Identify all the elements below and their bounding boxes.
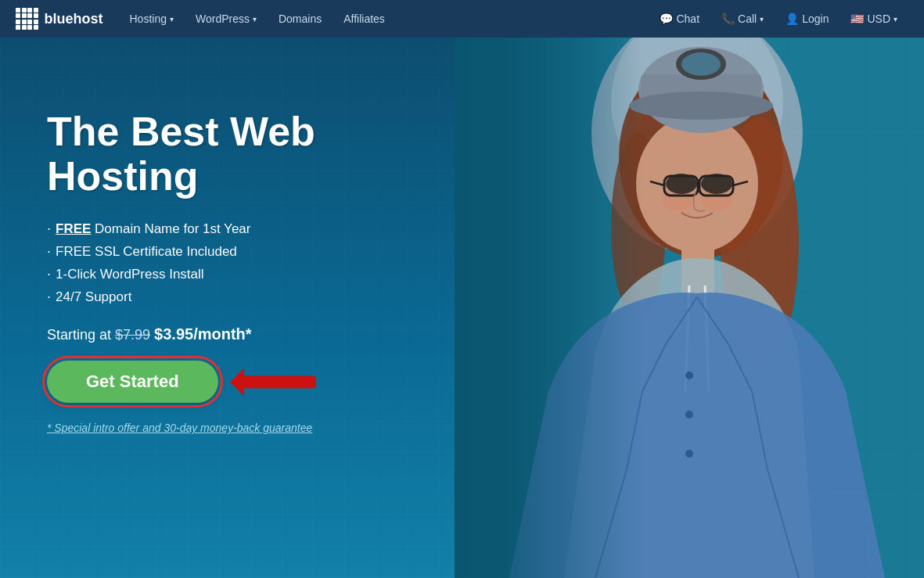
old-price: $7.99 xyxy=(115,327,150,343)
bullet-1: · xyxy=(47,221,51,237)
svg-marker-33 xyxy=(230,368,244,397)
price-prefix: Starting at xyxy=(47,327,115,343)
feature-2: · FREE SSL Certificate Included xyxy=(47,243,454,260)
nav-currency[interactable]: 🇺🇸 USD ▾ xyxy=(840,0,908,38)
get-started-button[interactable]: Get Started xyxy=(47,361,218,403)
svg-rect-31 xyxy=(455,0,924,578)
new-price: $3.95/month* xyxy=(154,325,251,343)
arrow-icon xyxy=(230,361,316,404)
flag-icon: 🇺🇸 xyxy=(850,13,864,25)
call-caret: ▾ xyxy=(760,15,764,23)
feature-4: · 24/7 Support xyxy=(47,289,454,305)
free-label: FREE xyxy=(56,221,91,236)
bullet-4: · xyxy=(47,289,51,305)
currency-caret: ▾ xyxy=(893,15,897,23)
bullet-3: · xyxy=(47,266,51,282)
hero-price: Starting at $7.99 $3.95/month* xyxy=(47,325,454,343)
feature-3: · 1-Click WordPress Install xyxy=(47,266,454,282)
nav-login[interactable]: 👤 Login xyxy=(775,0,840,38)
hero-image xyxy=(455,0,924,578)
footnote-link[interactable]: * Special intro offer and 30-day money-b… xyxy=(47,422,454,434)
brand-logo[interactable]: bluehost xyxy=(16,8,103,31)
user-icon: 👤 xyxy=(786,13,799,25)
cta-container: Get Started xyxy=(47,361,218,403)
nav-right: 💬 Chat 📞 Call ▾ 👤 Login 🇺🇸 USD ▾ xyxy=(649,0,908,38)
nav-call[interactable]: 📞 Call ▾ xyxy=(710,0,775,38)
bullet-2: · xyxy=(47,243,51,260)
nav-affiliates[interactable]: Affiliates xyxy=(333,0,396,38)
nav-left: bluehost Hosting ▾ WordPress ▾ Domains A… xyxy=(16,0,396,38)
nav-domains[interactable]: Domains xyxy=(268,0,333,38)
nav-hosting[interactable]: Hosting ▾ xyxy=(119,0,185,38)
chat-icon: 💬 xyxy=(660,13,673,25)
hero-section: bluehost Hosting ▾ WordPress ▾ Domains A… xyxy=(0,0,924,578)
nav-wordpress[interactable]: WordPress ▾ xyxy=(185,0,268,38)
navbar: bluehost Hosting ▾ WordPress ▾ Domains A… xyxy=(0,0,924,38)
phone-icon: 📞 xyxy=(721,13,735,25)
logo-grid-icon xyxy=(16,8,38,31)
feature-1: · FREE Domain Name for 1st Year xyxy=(47,221,454,237)
hosting-caret: ▾ xyxy=(170,15,174,23)
hero-content: The Best Web Hosting · FREE Domain Name … xyxy=(47,109,454,434)
hero-features: · FREE Domain Name for 1st Year · FREE S… xyxy=(47,221,454,305)
brand-name: bluehost xyxy=(45,11,103,27)
wordpress-caret: ▾ xyxy=(253,15,257,23)
nav-chat[interactable]: 💬 Chat xyxy=(649,0,710,38)
hero-title: The Best Web Hosting xyxy=(47,109,454,199)
